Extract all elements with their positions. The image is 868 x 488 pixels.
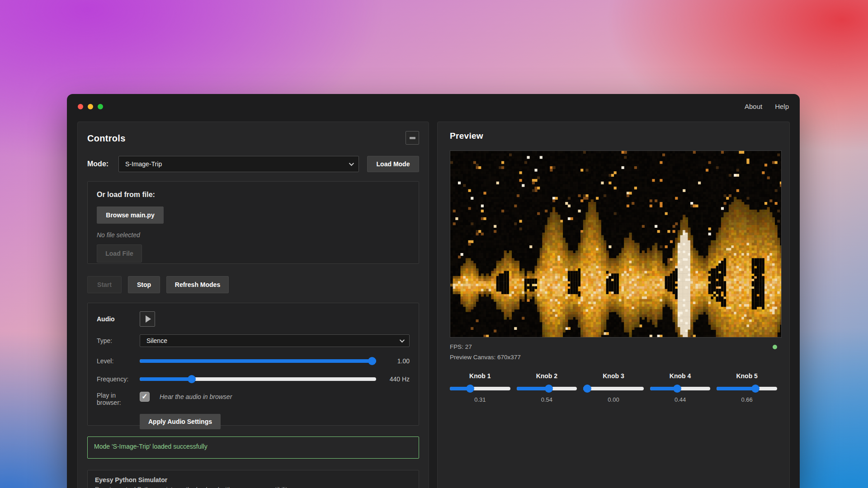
traffic-lights [78, 104, 103, 109]
audio-type-value: Silence [140, 337, 174, 344]
knob-5: Knob 50.66 [717, 372, 777, 403]
status-message-box: Mode 'S-Image-Trip' loaded successfully [87, 436, 419, 459]
checkmark-icon: ✓ [142, 393, 147, 400]
knob-2: Knob 20.54 [517, 372, 577, 403]
play-icon [146, 315, 151, 323]
zoom-window-icon[interactable] [98, 104, 103, 109]
file-status-text: No file selected [97, 231, 410, 239]
minimize-window-icon[interactable] [88, 104, 93, 109]
level-value: 1.00 [376, 357, 410, 365]
controls-panel-title: Controls [87, 131, 126, 144]
knob-slider[interactable] [650, 385, 711, 393]
knob-value: 0.44 [675, 396, 686, 403]
controls-panel: Controls Mode: S-Image-Trip Load Mode Or… [77, 122, 429, 488]
mode-select[interactable]: S-Image-Trip [118, 156, 359, 172]
level-label: Level: [97, 357, 140, 365]
stop-button[interactable]: Stop [128, 276, 160, 293]
knob-value: 0.00 [608, 396, 619, 403]
level-slider[interactable] [140, 357, 376, 365]
about-app-box: Eyesy Python Simulator Running actual Py… [87, 470, 419, 488]
about-menu-item[interactable]: About [745, 103, 762, 110]
preview-canvas [450, 150, 782, 338]
audio-section-title: Audio [97, 315, 140, 323]
knob-slider[interactable] [717, 385, 777, 393]
close-window-icon[interactable] [78, 104, 83, 109]
play-audio-button[interactable] [140, 311, 155, 327]
collapse-panel-button[interactable] [406, 131, 419, 145]
file-loader-section: Or load from file: Browse main.py No fil… [87, 181, 419, 264]
minus-icon [410, 137, 415, 139]
play-in-browser-label: Play in browser: [97, 392, 140, 406]
apply-audio-settings-button[interactable]: Apply Audio Settings [140, 414, 221, 429]
play-in-browser-description: Hear the audio in browser [160, 392, 232, 400]
preview-panel: Preview FPS: 27 Preview Canvas: 670x377 … [437, 122, 790, 488]
preview-panel-title: Preview [450, 131, 777, 141]
browse-file-button[interactable]: Browse main.py [97, 206, 164, 224]
knob-3: Knob 30.00 [583, 372, 644, 403]
load-mode-button[interactable]: Load Mode [367, 156, 419, 172]
frequency-value: 440 Hz [376, 375, 410, 383]
app-description-text: Running actual Python scripts on the bac… [95, 486, 411, 488]
chevron-down-icon [400, 338, 405, 343]
play-in-browser-checkbox[interactable]: ✓ [140, 392, 150, 402]
knob-slider[interactable] [450, 385, 510, 393]
canvas-size-text: Preview Canvas: 670x377 [450, 354, 777, 361]
app-name-text: Eyesy Python Simulator [95, 476, 411, 483]
knob-label: Knob 3 [603, 372, 624, 380]
mode-select-value: S-Image-Trip [119, 160, 168, 168]
knob-label: Knob 4 [670, 372, 691, 380]
audio-type-select[interactable]: Silence [140, 334, 410, 347]
help-menu-item[interactable]: Help [775, 103, 789, 110]
load-file-button[interactable]: Load File [97, 244, 142, 263]
status-message-text: Mode 'S-Image-Trip' loaded successfully [94, 443, 208, 450]
knob-slider[interactable] [583, 385, 644, 393]
knob-slider[interactable] [517, 385, 577, 393]
knob-label: Knob 2 [536, 372, 557, 380]
mode-label: Mode: [87, 160, 118, 168]
knob-value: 0.54 [541, 396, 552, 403]
knob-label: Knob 1 [469, 372, 491, 380]
app-window: About Help Controls Mode: S-Image-Trip L… [67, 94, 800, 488]
fps-text: FPS: 27 [450, 343, 472, 350]
knob-value: 0.31 [474, 396, 486, 403]
knobs-row: Knob 10.31Knob 20.54Knob 30.00Knob 40.44… [450, 372, 777, 403]
titlebar-menu: About Help [745, 103, 789, 110]
file-loader-title: Or load from file: [97, 191, 410, 199]
knob-value: 0.66 [741, 396, 753, 403]
titlebar: About Help [67, 94, 800, 122]
knob-4: Knob 40.44 [650, 372, 711, 403]
start-button[interactable]: Start [87, 276, 122, 293]
knob-1: Knob 10.31 [450, 372, 510, 403]
refresh-modes-button[interactable]: Refresh Modes [166, 276, 229, 293]
audio-section: Audio Type: Silence Level: [87, 303, 419, 426]
frequency-slider[interactable] [140, 375, 376, 383]
knob-label: Knob 5 [736, 372, 757, 380]
running-status-icon [773, 345, 777, 349]
frequency-label: Frequency: [97, 375, 140, 383]
chevron-down-icon [349, 161, 354, 166]
audio-type-label: Type: [97, 337, 140, 344]
